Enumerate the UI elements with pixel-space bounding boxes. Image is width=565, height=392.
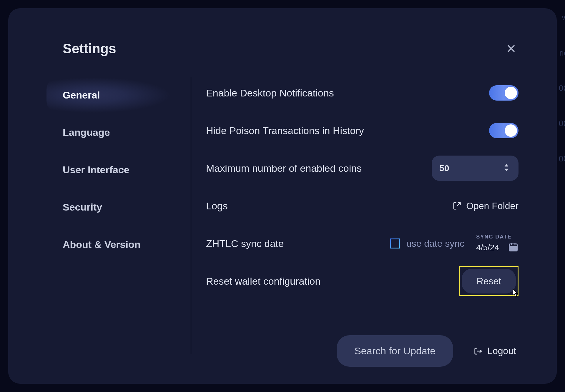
page-title: Settings: [63, 41, 116, 56]
settings-modal: Settings General Language User Interface…: [8, 8, 557, 384]
sidebar-item-label: Language: [63, 127, 110, 138]
cursor-icon: [510, 288, 519, 299]
logout-button[interactable]: Logout: [474, 346, 516, 356]
zhtlc-label: ZHTLC sync date: [206, 238, 284, 249]
row-poison-tx: Hide Poison Transactions in History: [206, 112, 519, 149]
settings-content: Enable Desktop Notifications Hide Poison…: [191, 74, 519, 357]
notifications-toggle[interactable]: [489, 85, 519, 101]
open-folder-label: Open Folder: [466, 201, 519, 211]
sidebar-item-security[interactable]: Security: [46, 190, 191, 225]
settings-sidebar: General Language User Interface Security…: [46, 74, 191, 357]
close-icon: [506, 44, 516, 54]
sidebar-item-about-version[interactable]: About & Version: [46, 227, 191, 262]
modal-footer: Search for Update Logout: [206, 300, 519, 367]
stepper-arrows-icon: [503, 163, 510, 173]
row-reset: Reset wallet configuration Reset: [206, 262, 519, 300]
row-notifications: Enable Desktop Notifications: [206, 74, 519, 112]
max-coins-stepper[interactable]: 50: [432, 156, 519, 181]
max-coins-value: 50: [439, 163, 449, 173]
sidebar-item-language[interactable]: Language: [46, 115, 191, 150]
sidebar-item-general[interactable]: General: [46, 78, 191, 113]
logout-icon: [474, 347, 483, 356]
close-button[interactable]: [504, 41, 519, 56]
use-date-sync-label: use date sync: [406, 238, 464, 249]
poison-tx-label: Hide Poison Transactions in History: [206, 125, 364, 136]
notifications-label: Enable Desktop Notifications: [206, 87, 334, 99]
open-folder-icon: [453, 201, 461, 210]
use-date-sync-checkbox[interactable]: [390, 238, 400, 248]
sync-date-caption: SYNC DATE: [476, 234, 519, 240]
row-max-coins: Maximum number of enabled coins 50: [206, 149, 519, 187]
sidebar-item-label: About & Version: [63, 239, 140, 250]
logout-label: Logout: [487, 346, 516, 356]
open-folder-button[interactable]: Open Folder: [453, 201, 519, 211]
logs-label: Logs: [206, 200, 228, 212]
reset-highlight: Reset: [459, 266, 519, 296]
background-obscured-text: w ric 00 00 00: [559, 0, 565, 176]
sidebar-item-label: General: [63, 89, 100, 101]
sidebar-item-user-interface[interactable]: User Interface: [46, 152, 191, 187]
sidebar-item-label: User Interface: [63, 164, 129, 175]
modal-body: General Language User Interface Security…: [46, 74, 519, 357]
toggle-knob: [505, 87, 517, 99]
toggle-knob: [505, 124, 517, 137]
search-update-button[interactable]: Search for Update: [337, 335, 453, 367]
calendar-icon: [508, 242, 519, 252]
poison-toggle[interactable]: [489, 123, 519, 138]
sidebar-item-label: Security: [63, 201, 102, 213]
reset-button[interactable]: Reset: [462, 269, 516, 293]
reset-label: Reset wallet configuration: [206, 276, 320, 287]
row-logs: Logs Open Folder: [206, 187, 519, 225]
sync-date-value[interactable]: 4/5/24: [476, 243, 499, 252]
max-coins-label: Maximum number of enabled coins: [206, 163, 362, 174]
modal-header: Settings: [46, 41, 519, 56]
sync-date-field: SYNC DATE 4/5/24: [476, 234, 519, 253]
calendar-button[interactable]: [508, 242, 519, 253]
row-zhtlc: ZHTLC sync date use date sync SYNC DATE …: [206, 225, 519, 262]
